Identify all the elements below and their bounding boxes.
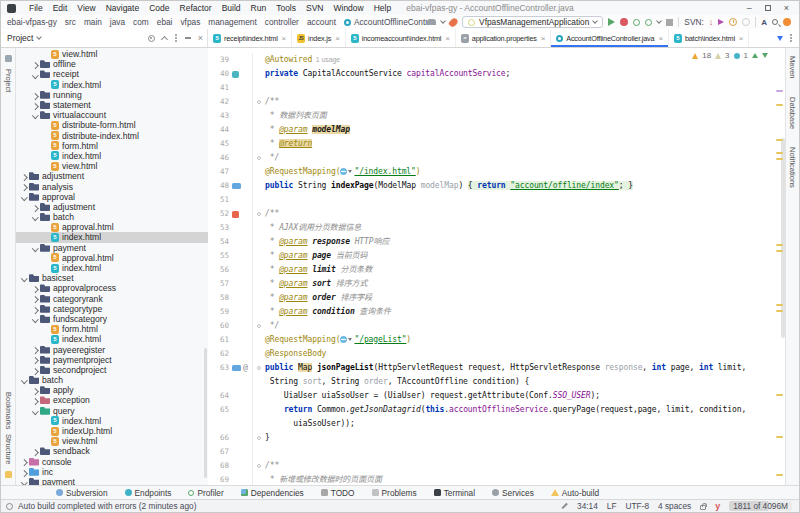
fold-marker-icon[interactable] bbox=[257, 156, 261, 160]
chevron-collapsed-icon[interactable] bbox=[31, 346, 40, 353]
tree-folder-approvalprocess[interactable]: approvalprocess bbox=[16, 283, 208, 293]
hide-panel-icon[interactable] bbox=[185, 37, 191, 39]
chevron-collapsed-icon[interactable] bbox=[31, 285, 40, 292]
menu-window[interactable]: Window bbox=[328, 3, 368, 13]
tree-scrollbar[interactable] bbox=[204, 348, 207, 478]
tree-folder-adjustment[interactable]: adjustment bbox=[16, 171, 208, 181]
svn-update-icon[interactable] bbox=[709, 18, 714, 27]
profiler-flame-icon[interactable] bbox=[448, 16, 459, 27]
tree-file-indexup-html[interactable]: indexUp.html bbox=[16, 426, 208, 436]
coverage-button[interactable] bbox=[633, 19, 640, 26]
chevron-expanded-icon[interactable] bbox=[31, 408, 40, 414]
tree-folder-adjustment[interactable]: adjustment bbox=[16, 202, 208, 212]
tab-accountofflinecontroller-java[interactable]: AccountOfflineController.java bbox=[551, 29, 669, 47]
minimize-button[interactable] bbox=[747, 3, 752, 13]
tab-index-js[interactable]: index.js bbox=[292, 29, 346, 47]
run-configuration-select[interactable]: VfpasManagementApplication bbox=[462, 16, 603, 28]
menu-tools[interactable]: Tools bbox=[271, 3, 301, 13]
stripe-label-structure[interactable]: Structure bbox=[4, 434, 13, 464]
code-with-me-icon[interactable] bbox=[427, 19, 436, 25]
tree-file-view-html[interactable]: view.html bbox=[16, 161, 208, 171]
fold-marker-icon[interactable] bbox=[257, 324, 261, 328]
chevron-down-icon[interactable] bbox=[37, 34, 43, 40]
breadcrumb-item[interactable]: management bbox=[208, 17, 256, 27]
menu-view[interactable]: View bbox=[72, 3, 100, 13]
chevron-expanded-icon[interactable] bbox=[20, 275, 29, 281]
fold-marker-icon[interactable] bbox=[257, 464, 261, 468]
lock-icon[interactable] bbox=[700, 505, 706, 510]
profile-button[interactable] bbox=[645, 19, 652, 26]
hidden-tabs-icon[interactable] bbox=[777, 36, 783, 41]
code-editor[interactable]: 18 3 1 39@Autowired 1 usage40private Cap… bbox=[208, 48, 785, 485]
toolwindow-problems[interactable]: Problems bbox=[372, 488, 417, 498]
tree-folder-inc[interactable]: inc bbox=[16, 467, 208, 477]
stripe-label-bookmarks[interactable]: Bookmarks bbox=[4, 392, 13, 430]
menu-build[interactable]: Build bbox=[217, 3, 246, 13]
build-status-icon[interactable] bbox=[6, 503, 13, 510]
maximize-button[interactable] bbox=[765, 5, 771, 11]
tree-file-index-html[interactable]: index.html bbox=[16, 416, 208, 426]
tab-close-icon[interactable] bbox=[282, 34, 286, 43]
tree-folder-categoryrank[interactable]: categoryrank bbox=[16, 294, 208, 304]
tree-file-approval-html[interactable]: approval.html bbox=[16, 253, 208, 263]
chevron-collapsed-icon[interactable] bbox=[20, 173, 29, 180]
tree-file-index-html[interactable]: index.html bbox=[16, 334, 208, 344]
toolwindow-endpoints[interactable]: Endpoints bbox=[125, 488, 172, 498]
tree-file-view-html[interactable]: view.html bbox=[16, 49, 208, 59]
tree-file-approval-html[interactable]: approval.html bbox=[16, 222, 208, 232]
run-button[interactable] bbox=[608, 18, 615, 26]
chevron-collapsed-icon[interactable] bbox=[31, 387, 40, 394]
toolwindow-dependencies[interactable]: Dependencies bbox=[241, 488, 304, 498]
chevron-collapsed-icon[interactable] bbox=[20, 458, 29, 465]
menu-code[interactable]: Code bbox=[144, 3, 174, 13]
history-icon[interactable] bbox=[729, 18, 737, 26]
chevron-expanded-icon[interactable] bbox=[20, 377, 29, 383]
menu-help[interactable]: Help bbox=[369, 3, 396, 13]
memory-indicator[interactable]: 1811 of 4096M bbox=[729, 501, 792, 511]
chevron-expanded-icon[interactable] bbox=[31, 245, 40, 251]
debug-button[interactable] bbox=[620, 18, 628, 26]
breadcrumb-item[interactable]: java bbox=[110, 17, 125, 27]
tree-folder-payment[interactable]: payment bbox=[16, 243, 208, 253]
tree-file-index-html[interactable]: index.html bbox=[16, 80, 208, 90]
tree-folder-running[interactable]: running bbox=[16, 90, 208, 100]
chevron-down-icon[interactable] bbox=[440, 18, 446, 24]
chevron-expanded-icon[interactable] bbox=[31, 112, 40, 118]
fold-marker-icon[interactable] bbox=[257, 436, 261, 440]
toolwindow-auto-build[interactable]: Auto-build bbox=[551, 488, 599, 498]
y-icon[interactable] bbox=[715, 501, 720, 511]
tree-file-distribute-index-html[interactable]: distribute-index.html bbox=[16, 131, 208, 141]
tab-close-icon[interactable] bbox=[335, 34, 339, 43]
endpoint-icon[interactable] bbox=[232, 183, 241, 189]
stripe-item-database[interactable]: Database bbox=[788, 93, 797, 133]
breadcrumb-item[interactable]: account bbox=[307, 17, 336, 27]
menu-svn[interactable]: SVN bbox=[301, 3, 328, 13]
close-panel-icon[interactable] bbox=[198, 34, 203, 43]
stripe-item-notifications[interactable]: Notifications bbox=[788, 143, 797, 192]
file-encoding[interactable]: UTF-8 bbox=[626, 501, 650, 511]
chevron-collapsed-icon[interactable] bbox=[20, 469, 29, 476]
tree-folder-virtualaccount[interactable]: virtualaccount bbox=[16, 110, 208, 120]
menu-refactor[interactable]: Refactor bbox=[175, 3, 217, 13]
tree-folder-payeeregister[interactable]: payeeregister bbox=[16, 344, 208, 354]
chevron-collapsed-icon[interactable] bbox=[31, 61, 40, 68]
caret-position[interactable]: 34:14 bbox=[577, 501, 598, 511]
tree-file-index-html[interactable]: index.html bbox=[16, 263, 208, 273]
close-button[interactable] bbox=[784, 3, 789, 13]
chevron-collapsed-icon[interactable] bbox=[31, 102, 40, 109]
more-options-icon[interactable] bbox=[175, 37, 177, 39]
tree-file-index-html[interactable]: index.html bbox=[16, 151, 208, 161]
fold-marker-icon[interactable] bbox=[257, 212, 261, 216]
project-tree[interactable]: view.htmlofflinereceiptindex.htmlrunning… bbox=[16, 48, 208, 485]
fold-marker-icon[interactable] bbox=[257, 100, 261, 104]
chevron-collapsed-icon[interactable] bbox=[31, 204, 40, 211]
edit-icon[interactable] bbox=[562, 503, 568, 509]
tab-close-icon[interactable] bbox=[445, 34, 449, 43]
tree-folder-batch[interactable]: batch bbox=[16, 212, 208, 222]
tree-folder-offline[interactable]: offline bbox=[16, 59, 208, 69]
breadcrumb-item[interactable]: controller bbox=[265, 17, 299, 27]
locate-file-icon[interactable] bbox=[148, 35, 155, 42]
breadcrumb-item[interactable]: main bbox=[84, 17, 102, 27]
breadcrumb-item[interactable]: ebai-vfpas-gy bbox=[7, 17, 57, 27]
fold-marker-icon[interactable] bbox=[257, 366, 261, 370]
